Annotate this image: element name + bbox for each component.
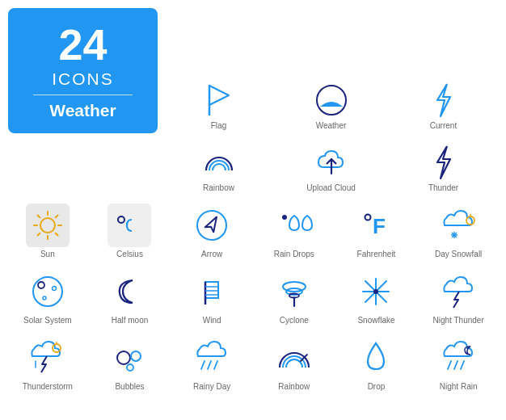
- svg-rect-29: [205, 282, 218, 298]
- cyclone-label: Cyclone: [280, 316, 309, 325]
- icon-cell-current: Current: [389, 8, 498, 133]
- icon-cell-half-moon: Half moon: [91, 267, 170, 328]
- svg-line-50: [208, 361, 211, 369]
- icon-cell-wind: Wind: [172, 267, 251, 328]
- svg-line-49: [201, 361, 205, 369]
- bubbles-icon: [108, 336, 151, 380]
- icon-cell-cyclone: Cyclone: [255, 267, 334, 328]
- thunder-icon: [423, 141, 465, 183]
- fahrenheit-label: Fahrenheit: [357, 250, 396, 258]
- icon-cell-fahrenheit: F Fahrenheit: [337, 200, 416, 262]
- rainbow2-icon: [272, 336, 316, 380]
- arrow-icon: [190, 204, 234, 247]
- rainbow-icon: [198, 141, 240, 183]
- icon-cell-snowflake: Snowflake: [337, 267, 416, 328]
- flag-label: Flag: [211, 121, 226, 130]
- svg-point-13: [118, 216, 124, 223]
- rainy-day-icon: [190, 336, 234, 380]
- icon-cell-upload-cloud: Upload Cloud: [276, 138, 386, 195]
- icon-cell-sun: Sun: [8, 200, 87, 262]
- solar-system-icon: [26, 270, 70, 313]
- svg-point-14: [197, 211, 226, 240]
- day-snowfall-label: Day Snowfall: [435, 250, 482, 258]
- icon-cell-solar-system: Solar System: [8, 267, 87, 328]
- drop-icon: [354, 336, 398, 380]
- current-label: Current: [430, 121, 457, 130]
- upload-cloud-icon: [310, 141, 352, 183]
- svg-line-51: [214, 361, 217, 369]
- rain-drops-icon: [272, 204, 316, 247]
- svg-point-2: [317, 86, 346, 115]
- night-thunder-icon: [436, 270, 480, 313]
- arrow-label: Arrow: [201, 250, 222, 258]
- wind-label: Wind: [203, 316, 221, 325]
- celsius-icon: [108, 204, 151, 247]
- rain-drops-label: Rain Drops: [274, 250, 314, 258]
- svg-point-25: [33, 277, 62, 306]
- icon-cell-rainbow2: Rainbow: [255, 333, 334, 394]
- icon-cell-thunder: Thunder: [389, 138, 498, 195]
- sun-label: Sun: [40, 250, 55, 258]
- solar-system-label: Solar System: [23, 316, 71, 325]
- day-snowfall-icon: [436, 204, 480, 247]
- rainbow2-label: Rainbow: [278, 382, 310, 391]
- svg-point-48: [127, 364, 133, 371]
- current-icon: [423, 79, 465, 121]
- icon-cell-drop: Drop: [337, 333, 416, 394]
- wind-icon: [190, 270, 234, 313]
- night-thunder-label: Night Thunder: [433, 316, 484, 325]
- rainy-day-label: Rainy Day: [193, 382, 230, 391]
- icon-cell-thunderstorm: Thunderstorm: [8, 333, 87, 394]
- thunder-label: Thunder: [428, 183, 458, 192]
- svg-point-4: [40, 218, 55, 233]
- upload-cloud-label: Upload Cloud: [306, 183, 356, 192]
- weather-label: Weather: [316, 121, 347, 130]
- svg-line-12: [37, 233, 40, 236]
- svg-point-17: [365, 215, 371, 220]
- svg-line-54: [454, 361, 458, 369]
- cyclone-icon: [272, 270, 316, 313]
- icon-cell-night-rain: Night Rain: [419, 333, 498, 394]
- svg-line-55: [461, 361, 464, 369]
- thunderstorm-icon: [26, 336, 70, 380]
- rainbow-label: Rainbow: [203, 183, 234, 192]
- header-box: 24 ICONS Weather: [8, 8, 158, 133]
- svg-point-28: [43, 296, 46, 300]
- svg-point-47: [131, 351, 141, 361]
- icon-cell-rainy-day: Rainy Day: [172, 333, 251, 394]
- drop-label: Drop: [368, 382, 386, 391]
- weather-header-label: Weather: [49, 101, 116, 120]
- icon-cell-rain-drops: Rain Drops: [255, 200, 334, 262]
- svg-point-42: [373, 289, 378, 294]
- weather-icon: [310, 79, 352, 121]
- svg-point-27: [52, 287, 56, 291]
- svg-point-26: [38, 282, 44, 288]
- thunderstorm-label: Thunderstorm: [23, 382, 73, 391]
- icon-cell-bubbles: Bubbles: [91, 333, 170, 394]
- svg-line-10: [56, 233, 58, 236]
- night-rain-icon: [436, 336, 480, 380]
- sun-icon: [26, 204, 70, 247]
- icons-label: ICONS: [52, 69, 114, 89]
- night-rain-label: Night Rain: [440, 382, 478, 391]
- fahrenheit-icon: F: [354, 204, 398, 247]
- snowflake-label: Snowflake: [357, 316, 394, 325]
- svg-marker-15: [205, 215, 221, 233]
- svg-point-46: [117, 351, 130, 364]
- icon-cell-weather: Weather: [276, 8, 386, 133]
- svg-line-9: [37, 216, 40, 218]
- half-moon-label: Half moon: [112, 316, 149, 325]
- bubbles-label: Bubbles: [115, 382, 144, 391]
- svg-point-16: [282, 215, 287, 220]
- icon-cell-celsius: Celsius: [91, 200, 170, 262]
- icon-cell-flag: Flag: [164, 8, 273, 133]
- svg-text:F: F: [373, 214, 386, 238]
- icon-cell-day-snowfall: Day Snowfall: [419, 200, 498, 262]
- half-moon-icon: [108, 270, 151, 313]
- icon-count: 24: [58, 21, 107, 69]
- celsius-label: Celsius: [116, 250, 143, 258]
- svg-marker-1: [209, 86, 229, 105]
- svg-line-53: [448, 361, 451, 369]
- svg-line-11: [56, 216, 58, 218]
- icon-cell-arrow: Arrow: [172, 200, 251, 262]
